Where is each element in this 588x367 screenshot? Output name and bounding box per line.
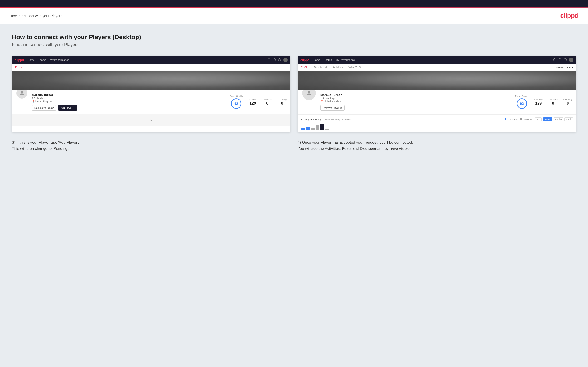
- header-breadcrumb: How to connect with your Players: [9, 14, 62, 18]
- caption-right: 4) Once your Player has accepted your re…: [298, 139, 576, 151]
- right-quality-circle: 92: [517, 98, 527, 109]
- right-stats: Player Quality 92 Activities 129 Followe…: [515, 93, 572, 109]
- tab-what-to-on-right[interactable]: What To On: [348, 64, 363, 71]
- activity-legend: On course Off course: [504, 118, 533, 120]
- right-activities-label: Activities: [534, 98, 543, 101]
- right-player-info: Marcus Turner 1-5 Handicap 📍 United King…: [320, 93, 511, 111]
- right-avatar-icon[interactable]: [569, 58, 573, 62]
- right-following-label: Following: [563, 98, 572, 101]
- left-quality-wrap: Player Quality 92: [230, 95, 243, 109]
- right-quality-label: Player Quality: [515, 95, 528, 97]
- left-nav-icons: [268, 58, 288, 62]
- avatar-icon[interactable]: [283, 58, 288, 62]
- filter-1yr[interactable]: 1 yr: [535, 117, 542, 121]
- caption-right-text: 4) Once your Player has accepted your re…: [298, 140, 413, 150]
- right-nav-icons: [553, 58, 573, 62]
- right-stat-following: Following 0: [563, 98, 572, 106]
- right-settings-icon[interactable]: [564, 58, 567, 61]
- left-activities-label: Activities: [249, 98, 257, 101]
- filter-3mths[interactable]: 3 mths: [554, 117, 563, 121]
- left-quality-circle: 92: [231, 98, 242, 109]
- right-stat-followers: Followers 0: [548, 98, 558, 106]
- filter-1mth[interactable]: 1 mth: [564, 117, 573, 121]
- filter-6mths[interactable]: 6 mths: [543, 117, 552, 121]
- caption-left-text: 3) If this is your Player tap, 'Add Play…: [12, 140, 79, 150]
- activity-summary-title-group: Activity Summary Monthly Activity · 6 Mo…: [301, 117, 351, 121]
- right-search-icon[interactable]: [553, 58, 556, 61]
- tab-profile-left[interactable]: Profile: [15, 64, 23, 71]
- right-nav: clippd Home Teams My Performance: [298, 56, 576, 64]
- chart-bar-5: [320, 124, 324, 130]
- right-banner-img: [298, 71, 576, 90]
- activity-controls: On course Off course 1 yr 6 mths 3 mths …: [504, 117, 573, 121]
- chart-bar-6: [325, 128, 329, 130]
- chart-bar-3: [311, 128, 315, 130]
- left-bottom: ✂: [12, 115, 290, 126]
- activity-summary-title: Activity Summary: [301, 118, 321, 121]
- left-stat-activities: Activities 129: [249, 98, 257, 106]
- scissors-icon: ✂: [150, 118, 153, 123]
- left-profile-section: Marcus Turner 1-5 Handicap 📍 United King…: [12, 90, 290, 115]
- right-player-name: Marcus Turner: [320, 93, 511, 97]
- left-stats: Player Quality 92 Activities 129 Followe…: [230, 93, 287, 109]
- main-content: How to connect with your Players (Deskto…: [0, 24, 588, 362]
- right-tabs-left: Profile Dashboard Activities What To On: [300, 64, 363, 71]
- right-profile-section: Marcus Turner 1-5 Handicap 📍 United King…: [298, 90, 576, 115]
- right-stat-activities: Activities 129: [534, 98, 543, 106]
- left-followers-label: Followers: [263, 98, 272, 101]
- activity-summary-header: Activity Summary Monthly Activity · 6 Mo…: [301, 117, 573, 121]
- svg-point-1: [308, 91, 310, 93]
- left-player-info: Marcus Turner 1-5 Handicap 📍 United King…: [32, 93, 226, 111]
- left-player-name: Marcus Turner: [32, 93, 226, 97]
- off-course-legend-dot: [520, 118, 522, 120]
- left-nav: clippd Home Teams My Performance: [12, 56, 290, 64]
- tab-dashboard-right[interactable]: Dashboard: [313, 64, 327, 71]
- add-player-button[interactable]: Add Player +: [58, 105, 77, 111]
- right-nav-home[interactable]: Home: [313, 58, 320, 61]
- right-nav-performance[interactable]: My Performance: [336, 58, 355, 61]
- screenshot-left: clippd Home Teams My Performance Profile: [12, 56, 290, 132]
- left-banner: [12, 71, 290, 90]
- right-following-value: 0: [563, 101, 572, 106]
- activity-summary-section: Activity Summary Monthly Activity · 6 Mo…: [298, 115, 576, 132]
- left-nav-performance[interactable]: My Performance: [50, 58, 69, 61]
- user-icon[interactable]: [273, 58, 276, 61]
- svg-point-0: [21, 91, 23, 93]
- left-following-value: 0: [277, 101, 287, 106]
- tab-activities-right[interactable]: Activities: [332, 64, 343, 71]
- activity-chart: [301, 123, 573, 130]
- right-tabs: Profile Dashboard Activities What To On …: [298, 64, 576, 71]
- search-icon[interactable]: [268, 58, 270, 61]
- page-subheading: Find and connect with your Players: [12, 42, 576, 47]
- request-follow-button[interactable]: Request to Follow: [32, 105, 56, 111]
- user-dropdown[interactable]: Marcus Turner ▾: [556, 66, 573, 69]
- left-activities-value: 129: [249, 101, 257, 106]
- right-banner: [298, 71, 576, 90]
- left-nav-home[interactable]: Home: [28, 58, 35, 61]
- settings-icon[interactable]: [278, 58, 281, 61]
- right-user-icon[interactable]: [559, 58, 561, 61]
- left-nav-teams[interactable]: Teams: [39, 58, 46, 61]
- location-icon: 📍: [32, 100, 35, 103]
- left-action-buttons: Request to Follow Add Player +: [32, 105, 226, 111]
- left-stat-following: Following 0: [277, 98, 287, 106]
- left-following-label: Following: [277, 98, 287, 101]
- time-filter-group: 1 yr 6 mths 3 mths 1 mth: [535, 117, 573, 121]
- right-nav-teams[interactable]: Teams: [324, 58, 332, 61]
- captions-row: 3) If this is your Player tap, 'Add Play…: [12, 139, 576, 151]
- right-activities-value: 129: [534, 101, 543, 106]
- left-quality-label: Player Quality: [230, 95, 243, 97]
- right-quality-wrap: Player Quality 92: [515, 95, 528, 109]
- page-header: How to connect with your Players clippd: [0, 8, 588, 24]
- clippd-logo: clippd: [560, 12, 579, 19]
- right-nav-logo: clippd: [300, 58, 310, 62]
- remove-player-label: Remove Player: [323, 107, 339, 109]
- chart-bar-2: [306, 127, 310, 130]
- right-followers-label: Followers: [548, 98, 558, 101]
- remove-player-x-icon: ✕: [340, 107, 342, 109]
- tab-profile-right[interactable]: Profile: [300, 64, 309, 71]
- off-course-label: Off course: [524, 118, 533, 120]
- remove-player-button[interactable]: Remove Player ✕: [320, 105, 345, 111]
- page-heading: How to connect with your Players (Deskto…: [12, 33, 576, 41]
- left-followers-value: 0: [263, 101, 272, 106]
